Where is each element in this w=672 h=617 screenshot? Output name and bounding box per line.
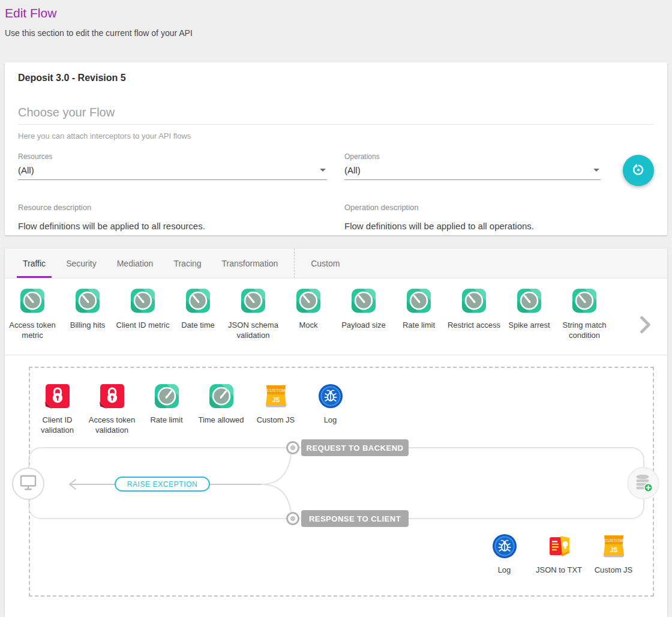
palette-interceptor-date-time[interactable]: Date time: [170, 288, 226, 355]
interceptor-label: Date time: [181, 321, 215, 331]
palette-interceptor-spike-arrest[interactable]: Spike arrest: [502, 288, 557, 355]
palette-scroll-right-button[interactable]: [640, 316, 652, 336]
resource-description-col: Resource description Flow definitions wi…: [18, 203, 327, 231]
database-add-icon: [633, 472, 653, 495]
chevron-right-icon: [642, 318, 649, 332]
choose-flow-heading: Choose your Flow: [18, 106, 654, 125]
palette-interceptor-json-schema-validation[interactable]: JSON schema validation: [226, 288, 281, 355]
tab-custom[interactable]: Custom: [301, 248, 350, 278]
resource-description-label: Resource description: [18, 203, 327, 212]
interceptor-label: Custom JS: [595, 565, 633, 576]
lock-icon: [100, 384, 125, 409]
gauge-icon: [185, 288, 211, 313]
page-header: Edit Flow Use this section to edit the c…: [5, 5, 667, 38]
interceptor-label: Custom JS: [257, 415, 295, 426]
resources-value: (All): [18, 165, 316, 175]
response-to-client-badge: RESPONSE TO CLIENT: [301, 510, 409, 527]
request-interceptor-row: Client ID validation Access token valida…: [30, 384, 358, 436]
interceptor-label: JSON schema validation: [226, 321, 281, 341]
response-interceptor-custom-js[interactable]: CUSTOM JSCustom JS: [586, 534, 641, 576]
svg-text:CUSTOM: CUSTOM: [266, 388, 285, 393]
interceptor-label: Client ID metric: [116, 321, 170, 331]
lock-icon: [45, 384, 70, 409]
custom-js-icon: CUSTOM JS: [601, 534, 626, 559]
palette-interceptor-restrict-access[interactable]: Restrict access: [446, 288, 502, 355]
palette-interceptor-string-match-condition[interactable]: String match condition: [557, 288, 612, 355]
interceptor-label: JSON to TXT: [536, 565, 582, 576]
palette-interceptor-payload-size[interactable]: Payload size: [336, 288, 391, 355]
refresh-icon: [631, 162, 646, 179]
gauge-icon: [461, 288, 487, 313]
response-interceptor-row: Log JSON to TXT CUSTOM JSCustom JS: [477, 534, 641, 576]
gauge-icon: [406, 288, 431, 313]
interceptor-category-tabs: TrafficSecurityMediationTracingTransform…: [5, 248, 667, 278]
api-revision-title: Deposit 3.0 - Revision 5: [18, 73, 654, 83]
choose-flow-hint: Here you can attach interceptors to your…: [18, 131, 654, 140]
refresh-flow-button[interactable]: [623, 155, 654, 186]
response-interceptor-json-to-txt[interactable]: JSON to TXT: [532, 534, 586, 576]
interceptor-label: String match condition: [557, 321, 612, 341]
gauge-icon: [154, 384, 179, 409]
interceptor-label: Client ID validation: [30, 415, 85, 436]
interceptor-label: Rate limit: [150, 415, 182, 426]
flow-canvas: Client ID validation Access token valida…: [5, 355, 667, 617]
request-interceptor-log[interactable]: Log: [303, 384, 358, 436]
flow-editor-card: TrafficSecurityMediationTracingTransform…: [5, 248, 667, 617]
palette-interceptor-mock[interactable]: Mock: [281, 288, 336, 355]
gauge-icon: [351, 288, 376, 313]
bug-icon: [318, 384, 343, 409]
flow-config-card: Deposit 3.0 - Revision 5 Choose your Flo…: [5, 62, 667, 235]
tab-security[interactable]: Security: [56, 248, 107, 278]
page-title: Edit Flow: [5, 6, 667, 20]
monitor-icon: [19, 474, 37, 494]
response-interceptor-log[interactable]: Log: [477, 534, 532, 576]
interceptor-label: Access token metric: [5, 321, 60, 341]
operation-description-col: Operation description Flow definitions w…: [344, 203, 601, 231]
operations-label: Operations: [344, 152, 601, 161]
operations-select[interactable]: (All): [344, 163, 601, 180]
palette-interceptor-access-token-metric[interactable]: Access token metric: [5, 288, 60, 355]
gauge-icon: [75, 288, 100, 313]
interceptor-label: Rate limit: [403, 321, 435, 331]
request-interceptor-client-id-validation[interactable]: Client ID validation: [30, 384, 85, 436]
custom-js-icon: CUSTOM JS: [263, 384, 289, 409]
operations-select-col: Operations (All): [344, 152, 601, 180]
gauge-icon: [517, 288, 542, 313]
resources-label: Resources: [18, 152, 327, 161]
operations-value: (All): [344, 165, 590, 175]
page-subtitle: Use this section to edit the current flo…: [5, 28, 667, 38]
tab-traffic[interactable]: Traffic: [13, 248, 56, 278]
tab-mediation[interactable]: Mediation: [107, 248, 164, 278]
interceptor-label: Log: [324, 415, 337, 426]
request-interceptor-rate-limit[interactable]: Rate limit: [139, 384, 194, 436]
operation-description-label: Operation description: [344, 203, 601, 212]
svg-text:JS: JS: [610, 547, 617, 553]
gauge-icon: [209, 384, 234, 409]
operation-description-value: Flow definitions will be applied to all …: [344, 221, 601, 231]
resource-description-value: Flow definitions will be applied to all …: [18, 221, 327, 231]
palette-interceptor-rate-limit[interactable]: Rate limit: [391, 288, 446, 355]
resources-select-col: Resources (All): [18, 152, 327, 180]
interceptor-label: Payload size: [341, 321, 386, 331]
gauge-icon: [572, 288, 597, 313]
tab-transformation[interactable]: Transformation: [212, 248, 289, 278]
interceptor-label: Log: [498, 565, 511, 576]
resources-select[interactable]: (All): [18, 163, 327, 180]
request-interceptor-access-token-validation[interactable]: Access token validation: [85, 384, 139, 436]
interceptor-label: Mock: [299, 321, 317, 331]
flow-selects-row: Resources (All) Operations (All): [18, 152, 654, 186]
request-interceptor-custom-js[interactable]: CUSTOM JSCustom JS: [248, 384, 303, 436]
request-interceptor-time-allowed[interactable]: Time allowed: [194, 384, 248, 436]
json-document-icon: [547, 534, 572, 559]
tab-group-divider: [294, 248, 295, 278]
palette-interceptor-billing-hits[interactable]: Billing hits: [60, 288, 115, 355]
interceptor-label: Time allowed: [198, 415, 244, 426]
interceptor-label: Spike arrest: [508, 321, 550, 331]
gauge-icon: [241, 288, 266, 313]
palette-interceptor-client-id-metric[interactable]: Client ID metric: [115, 288, 170, 355]
tab-tracing[interactable]: Tracing: [163, 248, 211, 278]
interceptor-label: Restrict access: [448, 321, 500, 331]
bug-icon: [492, 534, 517, 559]
backend-endpoint[interactable]: [627, 467, 659, 499]
raise-exception-badge[interactable]: RAISE EXCEPTION: [115, 477, 210, 492]
